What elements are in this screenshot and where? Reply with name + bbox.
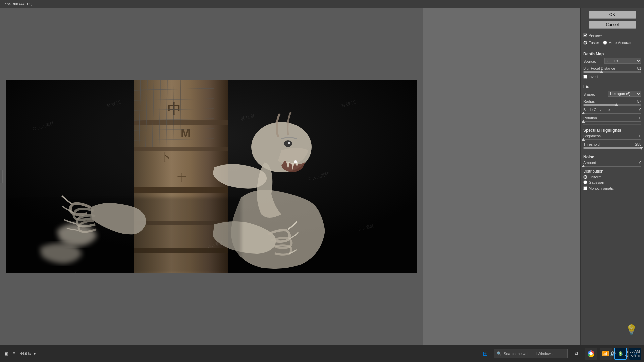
svg-text:十: 十 [177, 172, 187, 183]
search-placeholder: Search the web and Windows [504, 352, 553, 356]
noise-header: Noise [583, 155, 641, 159]
svg-text:中: 中 [167, 102, 181, 116]
invert-checkbox[interactable] [583, 75, 587, 79]
source-label: Source: [583, 59, 596, 63]
task-view-button[interactable]: ⧉ [570, 348, 582, 360]
network-icon: 📶 [602, 351, 608, 356]
more-accurate-radio-row: More Accurate [603, 41, 632, 45]
brightness-slider[interactable] [583, 139, 641, 140]
view-single-icon[interactable]: ▣ [3, 351, 9, 356]
radius-row: Radius 57 [583, 99, 641, 103]
shape-select[interactable]: Hexagon (6) [608, 90, 641, 97]
rotation-label: Rotation [583, 116, 597, 120]
faster-radio-row: Faster [583, 41, 599, 45]
amount-slider[interactable] [583, 166, 641, 167]
left-edge-tab[interactable] [0, 170, 3, 183]
shape-row: Shape: Hexagon (6) [583, 90, 641, 98]
windows-start-button[interactable]: ⊞ [479, 348, 491, 360]
preview-label: Preview [589, 33, 602, 37]
iris-header: Iris [583, 84, 641, 89]
threshold-slider[interactable] [583, 147, 641, 149]
radius-label: Radius [583, 99, 595, 103]
brightness-row: Brightness 0 [583, 134, 641, 138]
uniform-radio-row: Uniform [583, 175, 641, 179]
canvas-area: 中 M 卜 十 [0, 8, 423, 345]
taskbar: ▣ ⊞ 44.9% ▼ ⊞ 🔍 Search the web and Windo… [0, 345, 644, 362]
image-placeholder: 中 M 卜 十 [6, 80, 417, 273]
date-value: 5/17/2016 [625, 354, 641, 358]
faster-label: Faster [589, 41, 599, 45]
svg-rect-4 [134, 147, 228, 151]
monochromatic-checkbox-row: Monochromatic [583, 186, 641, 190]
zoom-value: 44.9% [20, 352, 31, 356]
preview-checkbox-row: Preview [583, 33, 602, 37]
rotation-slider[interactable] [583, 121, 641, 122]
svg-point-40 [589, 352, 593, 355]
brightness-value: 0 [631, 134, 641, 138]
title-text: Lens Blur (44.9%) [3, 2, 32, 6]
scene-image: 中 M 卜 十 [6, 80, 417, 273]
amount-value: 0 [631, 161, 641, 165]
search-bar[interactable]: 🔍 Search the web and Windows [494, 349, 568, 358]
svg-rect-29 [6, 197, 241, 273]
invert-checkbox-row: Invert [583, 75, 641, 79]
threshold-value: 255 [631, 142, 641, 146]
svg-point-30 [294, 160, 297, 163]
preview-section: Preview [583, 33, 641, 39]
taskbar-app-chrome[interactable] [585, 348, 597, 360]
gaussian-label: Gaussian [589, 180, 604, 184]
title-bar: Lens Blur (44.9%) [0, 0, 644, 8]
blur-focal-distance-label: Blur Focal Distance [583, 66, 615, 70]
lightbulb-icon: 💡 [626, 324, 637, 335]
distribution-header: Distribution [583, 169, 641, 174]
amount-row: Amount 0 [583, 161, 641, 165]
depth-map-header: Depth Map [583, 52, 641, 56]
search-icon: 🔍 [497, 351, 502, 356]
svg-rect-3 [134, 120, 228, 125]
cancel-button[interactable]: Cancel [589, 21, 636, 29]
more-accurate-label: More Accurate [608, 41, 632, 45]
time-value: 9:55 AM [625, 349, 641, 354]
image-container: 中 M 卜 十 [6, 80, 417, 273]
view-icons: ▣ ⊞ [3, 351, 17, 356]
uniform-label: Uniform [589, 175, 602, 179]
blade-curvature-label: Blade Curvature [583, 108, 610, 112]
svg-text:M: M [181, 126, 191, 139]
time-display: 9:55 AM 5/17/2016 [625, 349, 641, 359]
svg-rect-5 [134, 187, 228, 193]
shape-label: Shape: [583, 92, 595, 96]
gaussian-radio[interactable] [583, 180, 587, 184]
monochromatic-label: Monochromatic [589, 186, 614, 190]
ok-button[interactable]: OK [589, 11, 636, 19]
svg-point-27 [288, 142, 290, 144]
gaussian-radio-row: Gaussian [583, 180, 641, 184]
blur-focal-distance-value: 81 [631, 66, 641, 70]
rotation-row: Rotation 0 [583, 116, 641, 120]
zoom-display: 44.9% ▼ [20, 351, 37, 356]
brightness-label: Brightness [583, 134, 601, 138]
rotation-value: 0 [631, 116, 641, 120]
threshold-label: Threshold [583, 142, 600, 146]
source-row: Source: zdepth [583, 58, 641, 65]
radius-value: 57 [631, 99, 641, 103]
right-panel: OK Cancel Preview Faster More Accurate D… [580, 8, 644, 345]
specular-highlights-header: Specular Highlights [583, 128, 641, 133]
faster-radio[interactable] [583, 41, 587, 45]
view-grid-icon[interactable]: ⊞ [11, 351, 17, 356]
monochromatic-checkbox[interactable] [583, 186, 587, 190]
blade-curvature-slider[interactable] [583, 113, 641, 114]
blade-curvature-value: 0 [631, 108, 641, 112]
battery-icon: 🔋 [618, 351, 623, 356]
radius-slider[interactable] [583, 104, 641, 106]
system-tray: 📶 🔊 🔋 9:55 AM 5/17/2016 [602, 345, 641, 362]
uniform-radio[interactable] [583, 175, 587, 179]
more-accurate-radio[interactable] [603, 41, 607, 45]
preview-checkbox[interactable] [583, 33, 587, 37]
blade-curvature-row: Blade Curvature 0 [583, 108, 641, 112]
zoom-dropdown-icon[interactable]: ▼ [32, 351, 37, 356]
invert-label: Invert [589, 75, 598, 79]
source-select[interactable]: zdepth [604, 58, 641, 64]
threshold-row: Threshold 255 [583, 142, 641, 146]
blur-focal-distance-slider[interactable] [583, 71, 641, 73]
blur-focal-distance-row: Blur Focal Distance 81 [583, 66, 641, 70]
